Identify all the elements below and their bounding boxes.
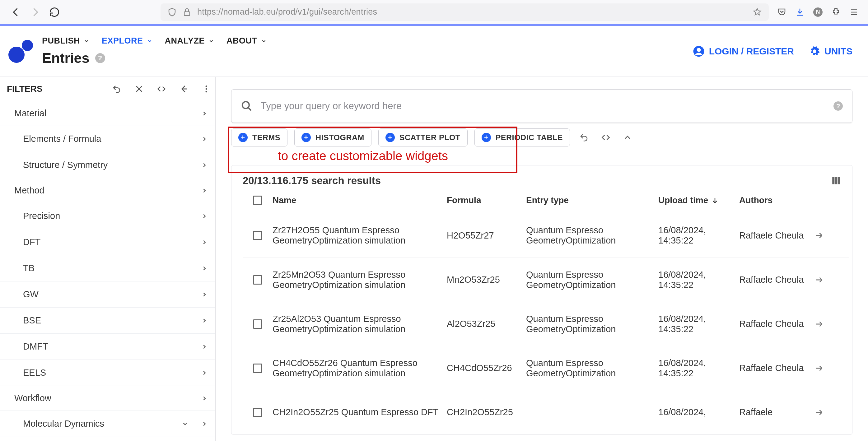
sidebar-item-dmft[interactable]: DMFT xyxy=(0,334,215,360)
table-row[interactable]: Zr27H2O55 Quantum Espresso GeometryOptim… xyxy=(243,213,849,257)
chevron-right-icon xyxy=(201,135,208,143)
table-row[interactable]: CH2In2O55Zr25 Quantum Espresso DFTCH2In2… xyxy=(243,390,849,434)
col-header-time[interactable]: Upload time xyxy=(658,195,739,205)
menu-publish[interactable]: PUBLISH xyxy=(42,36,89,46)
sidebar-item-molecular-dynamics[interactable]: Molecular Dynamics xyxy=(0,411,215,437)
download-icon[interactable] xyxy=(795,7,805,17)
sidebar-item-gw[interactable]: GW xyxy=(0,281,215,308)
open-row-icon[interactable] xyxy=(808,231,830,240)
terms-widget-button[interactable]: +TERMS xyxy=(231,128,287,147)
login-link[interactable]: LOGIN / REGISTER xyxy=(693,45,794,57)
cell-name: Zr25Mn2O53 Quantum Espresso GeometryOpti… xyxy=(273,270,447,290)
pocket-icon[interactable] xyxy=(777,7,786,17)
chevron-right-icon xyxy=(201,395,208,402)
row-checkbox[interactable] xyxy=(253,275,262,285)
main-content: ? +TERMS +HISTOGRAM +SCATTER PLOT +PERIO… xyxy=(216,77,868,441)
cell-name: CH4CdO55Zr26 Quantum Espresso GeometryOp… xyxy=(273,358,447,378)
cell-time: 16/08/2024, 14:35:22 xyxy=(658,225,739,246)
sidebar-item-eels[interactable]: EELS xyxy=(0,360,215,386)
row-checkbox[interactable] xyxy=(253,231,262,240)
cell-formula: Mn2O53Zr25 xyxy=(447,275,526,285)
address-bar[interactable]: https://nomad-lab.eu/prod/v1/gui/search/… xyxy=(160,3,769,21)
table-row[interactable]: Zr25Al2O53 Quantum Espresso GeometryOpti… xyxy=(243,302,849,346)
help-icon[interactable]: ? xyxy=(834,101,843,111)
open-row-icon[interactable] xyxy=(808,275,830,285)
arrow-left-icon[interactable] xyxy=(179,84,189,94)
row-checkbox[interactable] xyxy=(253,364,262,373)
search-box[interactable]: ? xyxy=(231,89,852,123)
cell-authors: Raffaele xyxy=(739,407,808,417)
n-badge-icon[interactable]: N xyxy=(813,7,823,17)
chevron-right-icon xyxy=(182,419,208,429)
sidebar-item-precision[interactable]: Precision xyxy=(0,203,215,229)
chevron-right-icon xyxy=(201,213,208,220)
sidebar-item-label: TB xyxy=(23,263,34,273)
menu-explore[interactable]: EXPLORE xyxy=(102,36,152,46)
chevron-right-icon xyxy=(201,239,208,246)
svg-rect-10 xyxy=(835,177,837,184)
code-icon[interactable] xyxy=(157,84,166,94)
scatter-widget-button[interactable]: +SCATTER PLOT xyxy=(378,128,468,147)
sidebar-item-label: EELS xyxy=(23,368,46,378)
nav-menus: PUBLISH EXPLORE ANALYZE ABOUT xyxy=(42,36,267,46)
histogram-widget-button[interactable]: +HISTOGRAM xyxy=(294,128,371,147)
svg-point-1 xyxy=(8,46,25,63)
help-icon[interactable]: ? xyxy=(95,53,105,63)
code-icon[interactable] xyxy=(601,133,611,142)
col-header-type[interactable]: Entry type xyxy=(526,195,658,205)
cell-time: 16/08/2024, 14:35:22 xyxy=(658,270,739,290)
chevron-right-icon xyxy=(201,239,208,246)
col-header-name[interactable]: Name xyxy=(273,195,447,205)
periodic-widget-button[interactable]: +PERIODIC TABLE xyxy=(474,128,570,147)
undo-icon[interactable] xyxy=(112,84,121,94)
nomad-logo[interactable] xyxy=(8,38,34,64)
search-input[interactable] xyxy=(261,100,826,112)
row-checkbox[interactable] xyxy=(253,408,262,417)
menu-analyze[interactable]: ANALYZE xyxy=(165,36,214,46)
hamburger-icon[interactable] xyxy=(849,7,859,17)
open-row-icon[interactable] xyxy=(808,408,830,417)
cell-time: 16/08/2024, 14:35:22 xyxy=(658,314,739,334)
plus-icon: + xyxy=(385,133,395,142)
extensions-icon[interactable] xyxy=(831,7,841,17)
table-row[interactable]: CH4CdO55Zr26 Quantum Espresso GeometryOp… xyxy=(243,346,849,390)
chevron-right-icon xyxy=(201,213,208,220)
sidebar-item-structure-symmetry[interactable]: Structure / Symmetry xyxy=(0,152,215,178)
arrow-right-icon xyxy=(814,319,824,329)
sidebar-item-method[interactable]: Method xyxy=(0,178,215,203)
cell-authors: Raffaele Cheula xyxy=(739,275,808,285)
forward-button[interactable] xyxy=(29,6,42,19)
chevron-right-icon xyxy=(201,370,208,376)
close-icon[interactable] xyxy=(134,84,144,94)
col-header-authors[interactable]: Authors xyxy=(739,195,808,205)
col-header-formula[interactable]: Formula xyxy=(447,195,526,205)
sidebar-item-tb[interactable]: TB xyxy=(0,255,215,281)
menu-about[interactable]: ABOUT xyxy=(226,36,267,46)
column-view-icon[interactable] xyxy=(831,176,842,186)
open-row-icon[interactable] xyxy=(808,364,830,373)
cell-name: Zr25Al2O53 Quantum Espresso GeometryOpti… xyxy=(273,314,447,334)
sidebar-item-bse[interactable]: BSE xyxy=(0,308,215,334)
lock-icon xyxy=(182,7,192,17)
reload-button[interactable] xyxy=(48,6,61,19)
sidebar-item-elements-formula[interactable]: Elements / Formula xyxy=(0,126,215,152)
sidebar-item-dft[interactable]: DFT xyxy=(0,229,215,255)
more-vert-icon[interactable] xyxy=(202,84,211,94)
svg-point-5 xyxy=(206,85,207,87)
chevron-right-icon xyxy=(201,187,208,194)
table-row[interactable]: Zr25Mn2O53 Quantum Espresso GeometryOpti… xyxy=(243,257,849,302)
sidebar-item-material[interactable]: Material xyxy=(0,101,215,126)
svg-rect-0 xyxy=(184,11,190,15)
chevron-right-icon xyxy=(201,343,208,350)
row-checkbox[interactable] xyxy=(253,319,262,329)
units-button[interactable]: UNITS xyxy=(809,46,852,57)
back-button[interactable] xyxy=(9,6,22,19)
sidebar-item-workflow[interactable]: Workflow xyxy=(0,386,215,411)
svg-point-7 xyxy=(206,91,207,92)
chevron-up-icon[interactable] xyxy=(623,133,632,142)
chevron-right-icon xyxy=(201,291,208,298)
bookmark-icon[interactable] xyxy=(752,7,762,17)
open-row-icon[interactable] xyxy=(808,319,830,329)
select-all-checkbox[interactable] xyxy=(253,196,262,205)
undo-icon[interactable] xyxy=(579,133,589,142)
